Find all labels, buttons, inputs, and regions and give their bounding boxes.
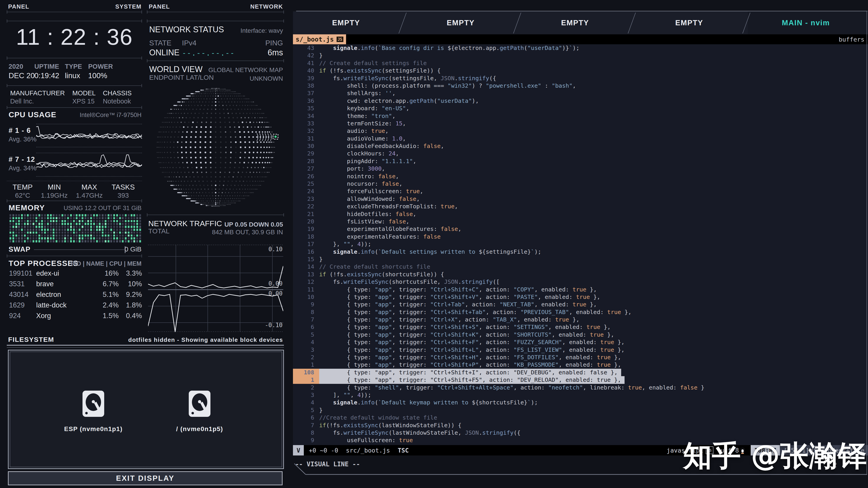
tab-empty-0[interactable]: EMPTY	[332, 19, 360, 27]
code-line-108: 108 { type: "app", trigger: "Ctrl+Shift+…	[293, 369, 868, 376]
line-number: 28	[293, 158, 319, 165]
cpu-group2-label: # 7 - 12	[8, 156, 35, 164]
code-line-35: 35 keyboard: "en-US",	[293, 105, 868, 112]
line-number: 6	[293, 414, 319, 421]
code-line-18: 18 experimentalFeatures: false	[293, 233, 868, 240]
tab-separator-0	[399, 13, 406, 33]
code-line-13: 13if (!fs.existsSync(shortcutsFile)) {	[293, 271, 868, 278]
line-number: 24	[293, 188, 319, 195]
code-editor[interactable]: 43 signale.info(`Base config dir is ${el…	[293, 44, 868, 445]
code-line-36: 36 cwd: electron.app.getPath("userData")…	[293, 97, 868, 105]
line-number: 13	[293, 271, 319, 278]
line-number: 15	[293, 256, 319, 263]
line-number: 23	[293, 195, 319, 203]
tab-main[interactable]: MAIN - nvim	[782, 19, 830, 27]
cpu-group2-avg: Avg. 34%	[8, 164, 37, 172]
disk-label: ESP (nvme0n1p1)	[59, 425, 127, 433]
proc-pid-1: 3531	[9, 280, 25, 288]
line-number: 8	[293, 429, 319, 436]
exit-display-button[interactable]: EXIT DISPLAY	[8, 471, 283, 485]
endpoint-label: ENDPOINT LAT/LON	[149, 74, 214, 81]
cpu-stat-value-2: 1.47GHz	[74, 192, 104, 199]
git-changes: +0 ~0 -0	[309, 447, 338, 454]
world-view-title: WORLD VIEW	[149, 65, 203, 74]
tab-empty-1[interactable]: EMPTY	[447, 19, 475, 27]
line-number: 43	[293, 44, 319, 52]
disk-item-1[interactable]: / (nvme0n1p5)	[166, 391, 234, 433]
network-panel-title: PANEL	[149, 3, 170, 10]
tab-empty-2[interactable]: EMPTY	[561, 19, 589, 27]
line-number: 1	[293, 361, 319, 368]
proc-name-3[interactable]: latte-dock	[36, 301, 66, 309]
processes-columns: PID | NAME | CPU | MEM	[71, 260, 142, 267]
proc-name-2[interactable]: electron	[36, 291, 61, 299]
proc-name-0[interactable]: edex-ui	[36, 269, 59, 278]
line-number: 21	[293, 210, 319, 218]
terminal[interactable]: EMPTYEMPTYEMPTYEMPTYMAIN - nvim s/_boot.…	[293, 0, 868, 488]
line-number: 10	[293, 293, 319, 301]
buffer-file-tag[interactable]: s/_boot.js JS	[293, 34, 346, 44]
proc-name-4[interactable]: Xorg	[36, 312, 51, 320]
code-line-3: 3 ], "", 4));	[293, 391, 868, 399]
tab-separator-1	[513, 13, 521, 33]
line-number: 29	[293, 150, 319, 157]
info-label-2: TYPE	[65, 63, 82, 70]
proc-name-1[interactable]: brave	[36, 280, 54, 288]
cpu-stat-value-3: 393	[108, 192, 138, 199]
proc-mem-1: 10%	[115, 280, 142, 288]
tab-separator-2	[628, 13, 636, 33]
state-label: STATE	[149, 39, 171, 47]
hard-disk-icon	[189, 391, 211, 417]
swap-bar	[34, 250, 124, 250]
code-line-40: 40if (!fs.existsSync(settingsFile)) {	[293, 67, 868, 74]
traffic-ytick-neg010: -0.10	[265, 322, 283, 328]
proc-mem-4: 0.4%	[115, 312, 142, 320]
line-number: 3	[293, 391, 319, 399]
global-map-label: GLOBAL NETWORK MAP	[209, 66, 283, 74]
disk-item-0[interactable]: ESP (nvme0n1p1)	[59, 391, 127, 433]
line-number: 19	[293, 225, 319, 233]
code-line-25: 25 nocursor: false,	[293, 180, 868, 188]
line-number: 4	[293, 399, 319, 406]
line-number: 22	[293, 203, 319, 210]
cpu-stat-value-0: 62°C	[8, 192, 37, 199]
proc-mem-0: 3.3%	[115, 269, 142, 278]
hw-value-0: Dell Inc.	[10, 98, 34, 105]
lsp-indicator: TSC	[398, 447, 409, 454]
line-number: 8	[293, 308, 319, 316]
line-number: 4	[293, 338, 319, 346]
code-line-16: 16 signale.info(`Default settings writte…	[293, 248, 868, 256]
line-number: 2	[293, 354, 319, 361]
js-file-icon: JS	[337, 37, 343, 42]
code-line-1: 1 { type: "app", trigger: "Ctrl+Shift+F5…	[293, 376, 868, 384]
filesystem-rule-2	[7, 347, 284, 348]
line-number: 35	[293, 105, 319, 112]
line-number: 14	[293, 263, 319, 270]
code-line-27: 27 port: 3000,	[293, 165, 868, 172]
terminal-right-frame	[866, 11, 867, 475]
hard-disk-icon	[83, 391, 104, 417]
code-line-7: 7if(!fs.existsSync(lastWindowStateFile))…	[293, 422, 868, 429]
code-line-24: 24 forceFullscreen: true,	[293, 188, 868, 195]
code-line-19: 19 experimentalGlobeFeatures: false,	[293, 225, 868, 233]
code-line-41: 41// Create default settings file	[293, 59, 868, 67]
proc-cpu-0: 16%	[90, 269, 119, 278]
code-line-6: 6 { type: "app", trigger: "Ctrl+Shift+S"…	[293, 323, 868, 331]
system-panel-title: PANEL	[8, 3, 29, 10]
traffic-total-value: 842 MB OUT, 30.9 GB IN	[212, 229, 283, 236]
code-line-32: 32 audio: true,	[293, 127, 868, 135]
network-status-title: NETWORK STATUS	[149, 25, 224, 34]
info-value-3: 100%	[88, 71, 107, 80]
line-number: 18	[293, 233, 319, 240]
hw-label-1: MODEL	[72, 90, 96, 97]
cpu-group1-label: # 1 - 6	[8, 127, 31, 135]
line-number: 2	[293, 384, 319, 391]
system-panel-type: SYSTEM	[115, 3, 142, 10]
line-number: 40	[293, 67, 319, 74]
code-line-6: 6//Create default window state file	[293, 414, 868, 421]
info-label-0: 2020	[8, 63, 23, 70]
tab-empty-3[interactable]: EMPTY	[675, 19, 703, 27]
line-number: 34	[293, 112, 319, 120]
code-line-43: 43 signale.info(`Base config dir is ${el…	[293, 44, 868, 52]
code-line-5: 5 { type: "app", trigger: "Ctrl+Shift+K"…	[293, 331, 868, 338]
